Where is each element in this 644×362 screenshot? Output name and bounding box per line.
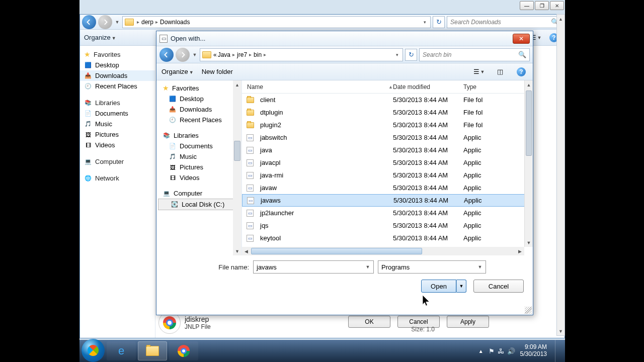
tree-item-pictures[interactable]: 🖼Pictures — [156, 162, 242, 172]
list-item[interactable]: client5/30/2013 8:44 AMFile fol — [242, 94, 533, 106]
file-type-filter[interactable]: Programs▼ — [378, 260, 486, 274]
tree-item-downloads[interactable]: 📥Downloads — [156, 104, 242, 115]
dialog-title: Open with... — [171, 35, 205, 42]
resize-grip[interactable] — [525, 307, 532, 314]
tree-item-desktop[interactable]: 🟦Desktop — [80, 60, 155, 70]
list-item[interactable]: ▭jp2launcher5/30/2013 8:44 AMApplic — [242, 207, 533, 219]
parent-scrollbar[interactable]: ▲▼ — [556, 14, 565, 336]
tree-libraries[interactable]: 📚Libraries — [156, 130, 242, 141]
tree-item-local-disk[interactable]: 💽Local Disk (C:) — [158, 199, 240, 210]
nav-tree: ★Favorites 🟦Desktop 📥Downloads 🕘Recent P… — [80, 46, 155, 338]
taskbar: e ▲ ⚑ 🖧 🔊 9:09 AM 5/30/2013 — [79, 340, 565, 362]
address-bar[interactable]: ▸ derp ▸ Downloads ▾ — [122, 16, 431, 28]
tree-item-downloads[interactable]: 📥Downloads — [80, 70, 155, 81]
new-folder-button[interactable]: New folder — [202, 68, 233, 75]
refresh-button[interactable]: ↻ — [433, 16, 445, 28]
tree-item-music[interactable]: 🎵Music — [156, 151, 242, 162]
dialog-back-button[interactable] — [159, 48, 174, 62]
dialog-search-input[interactable] — [423, 51, 516, 58]
list-item[interactable]: ▭javaws5/30/2013 8:44 AMApplic — [242, 194, 533, 207]
file-type: Applic — [463, 234, 533, 242]
breadcrumb-overflow[interactable]: « — [213, 51, 217, 58]
recent-icon: 🕘 — [84, 83, 92, 90]
column-header-name[interactable]: Name▲ — [242, 83, 393, 90]
filename-input[interactable]: javaws▼ — [253, 260, 374, 274]
tree-libraries[interactable]: 📚Libraries — [80, 98, 155, 108]
tree-item-videos[interactable]: 🎞Videos — [156, 172, 242, 183]
breadcrumb-segment[interactable]: Java — [218, 51, 230, 58]
dialog-address-bar[interactable]: « Java▸ jre7▸ bin▸ ▾ — [200, 48, 403, 61]
tree-scrollbar[interactable]: ▲▼ — [233, 80, 242, 255]
taskbar-chrome[interactable] — [169, 341, 198, 360]
tray-volume-icon[interactable]: 🔊 — [507, 347, 515, 355]
file-date: 5/30/2013 8:44 AM — [393, 96, 463, 104]
dialog-search-box[interactable]: 🔍 — [419, 48, 530, 61]
tree-item-pictures[interactable]: 🖼Pictures — [80, 129, 155, 140]
back-button[interactable] — [82, 15, 96, 29]
list-scrollbar-vertical[interactable]: ▲▼ — [524, 80, 533, 247]
parent-close-button[interactable]: ✕ — [550, 1, 564, 10]
open-button-dropdown[interactable]: ▼ — [456, 280, 466, 293]
tree-computer[interactable]: 💻Computer — [80, 156, 155, 167]
open-button[interactable]: Open — [421, 280, 456, 293]
tree-computer[interactable]: 💻Computer — [156, 188, 242, 199]
list-item[interactable]: dtplugin5/30/2013 8:44 AMFile fol — [242, 106, 533, 119]
dialog-close-button[interactable]: ✕ — [513, 34, 530, 44]
chevron-down-icon[interactable]: ▼ — [363, 262, 372, 272]
tree-item-recent[interactable]: 🕘Recent Places — [156, 115, 242, 125]
column-header-date[interactable]: Date modified — [393, 83, 463, 90]
tree-item-videos[interactable]: 🎞Videos — [80, 140, 155, 150]
dialog-nav-history[interactable]: ▼ — [192, 50, 198, 59]
chevron-down-icon[interactable]: ▼ — [475, 262, 485, 272]
list-scrollbar-horizontal[interactable]: ◀▶ — [242, 247, 524, 255]
breadcrumb-segment[interactable]: derp — [141, 19, 153, 26]
list-item[interactable]: ▭jqs5/30/2013 8:44 AMApplic — [242, 219, 533, 232]
tree-item-documents[interactable]: 📄Documents — [80, 108, 155, 119]
tray-clock[interactable]: 9:09 AM 5/30/2013 — [520, 344, 547, 358]
tree-item-documents[interactable]: 📄Documents — [156, 141, 242, 151]
show-desktop-button[interactable] — [555, 340, 561, 362]
tree-network[interactable]: 🌐Network — [80, 173, 155, 184]
list-item[interactable]: ▭keytool5/30/2013 8:44 AMApplic — [242, 232, 533, 244]
breadcrumb-segment[interactable]: bin — [254, 51, 262, 58]
tray-flag-icon[interactable]: ⚑ — [489, 347, 495, 355]
parent-minimize-button[interactable]: — — [520, 1, 534, 10]
views-button[interactable]: ☰▼ — [472, 66, 486, 78]
file-date: 5/30/2013 8:44 AM — [393, 134, 463, 141]
tree-favorites[interactable]: ★Favorites — [156, 82, 242, 94]
file-name: jqs — [260, 222, 269, 229]
breadcrumb-segment[interactable]: Downloads — [160, 19, 190, 26]
search-input[interactable] — [450, 19, 549, 26]
list-item[interactable]: ▭javacpl5/30/2013 8:44 AMApplic — [242, 156, 533, 169]
taskbar-ie[interactable]: e — [107, 341, 136, 360]
pictures-icon: 🖼 — [84, 131, 92, 138]
tree-favorites[interactable]: ★Favorites — [80, 49, 155, 60]
application-icon: ▭ — [246, 159, 254, 167]
taskbar-explorer[interactable] — [138, 341, 167, 360]
nav-history-dropdown[interactable]: ▼ — [114, 18, 120, 27]
start-button[interactable] — [82, 339, 105, 362]
tree-item-recent[interactable]: 🕘Recent Places — [80, 81, 155, 92]
organize-menu[interactable]: Organize▼ — [84, 34, 116, 41]
preview-pane-button[interactable]: ◫ — [494, 66, 507, 78]
list-item[interactable]: plugin25/30/2013 8:44 AMFile fol — [242, 119, 533, 131]
dialog-organize-menu[interactable]: Organize▼ — [162, 68, 194, 75]
parent-maximize-button[interactable]: ❐ — [535, 1, 549, 10]
dialog-help-button[interactable]: ? — [515, 66, 528, 78]
tree-item-music[interactable]: 🎵Music — [80, 119, 155, 129]
list-item[interactable]: ▭jabswitch5/30/2013 8:44 AMApplic — [242, 131, 533, 144]
dialog-cancel-button[interactable]: Cancel — [473, 280, 524, 293]
search-box[interactable]: 🔍 — [447, 16, 562, 28]
list-item[interactable]: ▭java-rmi5/30/2013 8:44 AMApplic — [242, 169, 533, 182]
application-icon: ▭ — [247, 197, 255, 205]
column-header-type[interactable]: Type — [463, 83, 533, 90]
list-item[interactable]: ▭java5/30/2013 8:44 AMApplic — [242, 144, 533, 156]
tray-show-hidden[interactable]: ▲ — [478, 348, 484, 354]
tray-network-icon[interactable]: 🖧 — [498, 347, 504, 355]
tree-item-desktop[interactable]: 🟦Desktop — [156, 94, 242, 104]
dialog-refresh-button[interactable]: ↻ — [405, 49, 417, 61]
list-item[interactable]: ▭javaw5/30/2013 8:44 AMApplic — [242, 182, 533, 194]
address-dropdown[interactable]: ▾ — [422, 20, 428, 25]
breadcrumb-segment[interactable]: jre7 — [237, 51, 247, 58]
address-dropdown[interactable]: ▾ — [394, 52, 400, 57]
